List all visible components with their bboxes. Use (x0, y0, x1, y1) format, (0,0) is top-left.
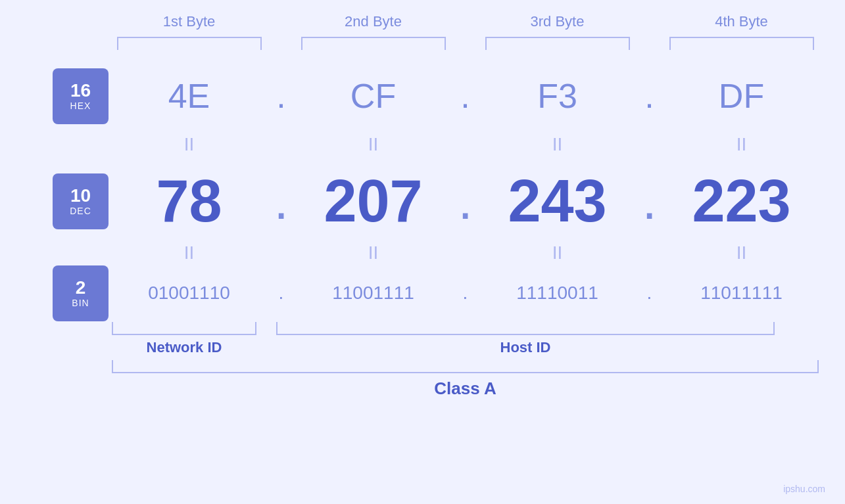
dec-dot-2: . (456, 175, 475, 227)
host-id-section: Host ID (276, 322, 775, 356)
hex-badge: 16 HEX (53, 68, 109, 124)
hex-value-4: DF (669, 76, 814, 116)
dec-dot-3: . (640, 175, 660, 227)
byte-headers-row: 1st Byte 2nd Byte 3rd Byte 4th Byte (26, 13, 819, 30)
bracket-1 (117, 37, 262, 50)
bin-values: 01001110 . 11001111 . 11110011 . 1101111… (112, 283, 819, 304)
hex-badge-number: 16 (70, 81, 91, 101)
dec-badge-label: DEC (70, 206, 91, 216)
dec-value-4: 223 (669, 172, 814, 231)
hex-value-3: F3 (485, 76, 630, 116)
dec-dot-1: . (272, 175, 291, 227)
hex-dot-1: . (272, 79, 291, 113)
network-id-label: Network ID (147, 339, 222, 356)
byte-header-4: 4th Byte (669, 13, 814, 30)
eq-1-2: II (301, 135, 446, 158)
bin-value-1: 01001110 (117, 283, 262, 304)
hex-value-2: CF (301, 76, 446, 116)
equals-row-2: II II II II (26, 244, 819, 267)
eq-2-4: II (669, 244, 814, 267)
main-container: 1st Byte 2nd Byte 3rd Byte 4th Byte 16 H… (0, 0, 845, 504)
eq-1-1: II (117, 135, 262, 158)
network-id-section: Network ID (112, 322, 256, 356)
hex-dot-3: . (640, 79, 660, 113)
eq-2-3: II (485, 244, 630, 267)
class-label: Class A (434, 378, 496, 399)
byte-header-3: 3rd Byte (485, 13, 630, 30)
dec-row: 10 DEC 78 . 207 . 243 . 223 (26, 158, 819, 244)
dec-badge-number: 10 (70, 186, 91, 206)
hex-value-1: 4E (117, 76, 262, 116)
bin-value-4: 11011111 (669, 283, 814, 304)
hex-values: 4E . CF . F3 . DF (112, 76, 819, 116)
byte-header-2: 2nd Byte (301, 13, 446, 30)
eq-1-4: II (669, 135, 814, 158)
watermark: ipshu.com (783, 484, 825, 494)
bracket-2 (301, 37, 446, 50)
bin-dot-2: . (456, 284, 475, 302)
dec-value-2: 207 (301, 172, 446, 231)
eq-2-1: II (117, 244, 262, 267)
bin-value-3: 11110011 (485, 283, 630, 304)
bin-value-2: 11001111 (301, 283, 446, 304)
dec-value-1: 78 (117, 172, 262, 231)
hex-dot-2: . (456, 79, 475, 113)
eq-2-2: II (301, 244, 446, 267)
host-bracket (276, 322, 775, 335)
top-bracket-row (26, 37, 819, 50)
host-id-label: Host ID (500, 339, 551, 356)
class-bracket (112, 360, 819, 373)
dec-badge: 10 DEC (53, 173, 109, 229)
class-section: Class A (26, 360, 819, 399)
dec-values: 78 . 207 . 243 . 223 (112, 172, 819, 231)
bin-dot-3: . (640, 284, 660, 302)
equals-row-1: II II II II (26, 135, 819, 158)
hex-badge-label: HEX (70, 101, 91, 111)
bin-row: 2 BIN 01001110 . 11001111 . 11110011 . 1… (26, 267, 819, 319)
bottom-section: Network ID Host ID (26, 322, 819, 356)
bin-badge-label: BIN (72, 298, 89, 308)
hex-row: 16 HEX 4E . CF . F3 . DF (26, 57, 819, 135)
bracket-3 (485, 37, 630, 50)
network-bracket (112, 322, 256, 335)
bracket-4 (669, 37, 814, 50)
bin-dot-1: . (272, 284, 291, 302)
dec-value-3: 243 (485, 172, 630, 231)
bin-badge: 2 BIN (53, 265, 109, 321)
bin-badge-number: 2 (76, 278, 86, 298)
eq-1-3: II (485, 135, 630, 158)
byte-header-1: 1st Byte (117, 13, 262, 30)
